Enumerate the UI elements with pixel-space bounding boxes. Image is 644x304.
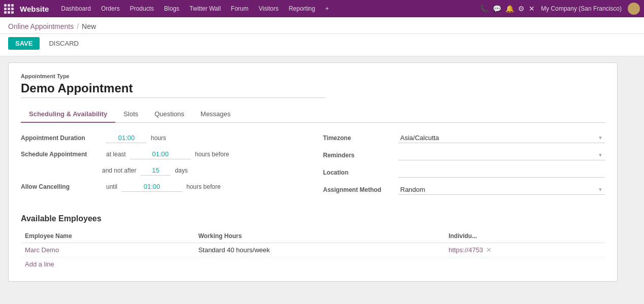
- nav-item-visitors[interactable]: Visitors: [256, 5, 280, 12]
- individual-header: Individu...: [444, 229, 605, 243]
- bell-icon[interactable]: 🔔: [505, 5, 514, 13]
- remove-employee-icon[interactable]: ✕: [486, 246, 492, 254]
- save-button[interactable]: SAVE: [8, 37, 40, 50]
- top-nav: Website Dashboard Orders Products Blogs …: [0, 0, 644, 17]
- breadcrumb: Online Appointments / New: [0, 17, 644, 34]
- schedule-at-least-suffix: hours before: [195, 151, 229, 158]
- allow-cancelling-row: Allow Cancelling until hours before: [21, 182, 303, 192]
- appointment-type-label: Appointment Type: [21, 73, 605, 79]
- phone-icon[interactable]: 📞: [480, 5, 489, 13]
- breadcrumb-separator: /: [77, 22, 79, 30]
- schedule-appointment-label: Schedule Appointment: [21, 151, 102, 158]
- appointment-duration-suffix: hours: [151, 134, 166, 142]
- until-prefix: until: [106, 183, 117, 190]
- nav-right: 📞 💬 🔔 ⚙ ✕ My Company (San Francisco): [480, 3, 640, 15]
- reminders-select-wrap: ▼: [398, 150, 605, 160]
- allow-cancelling-label: Allow Cancelling: [21, 183, 102, 190]
- reminders-row: Reminders ▼: [323, 150, 605, 160]
- breadcrumb-parent[interactable]: Online Appointments: [8, 22, 74, 30]
- add-line-button[interactable]: Add a line: [21, 257, 58, 271]
- close-icon[interactable]: ✕: [529, 5, 535, 13]
- location-row: Location: [323, 167, 605, 178]
- user-avatar[interactable]: [628, 3, 640, 15]
- tab-questions[interactable]: Questions: [146, 106, 192, 123]
- form-left: Appointment Duration hours Schedule Appo…: [21, 133, 303, 202]
- timezone-label: Timezone: [323, 134, 394, 142]
- appointment-duration-input[interactable]: [106, 133, 147, 143]
- employees-section: Available Employees Employee Name Workin…: [21, 214, 605, 271]
- app-logo[interactable]: Website: [20, 5, 49, 13]
- location-label: Location: [323, 169, 394, 176]
- timezone-select-wrap: Asia/Calcutta UTC ▼: [398, 133, 605, 143]
- timezone-select[interactable]: Asia/Calcutta UTC: [398, 133, 605, 143]
- and-not-after-suffix: days: [175, 167, 187, 174]
- at-least-prefix: at least: [106, 151, 126, 158]
- nav-item-reporting[interactable]: Reporting: [286, 5, 317, 12]
- nav-item-twitter-wall[interactable]: Twitter Wall: [187, 5, 223, 12]
- employee-name-header: Employee Name: [21, 229, 194, 243]
- company-name[interactable]: My Company (San Francisco): [539, 5, 624, 12]
- assignment-method-select-wrap: Random Balanced Manual ▼: [398, 185, 605, 195]
- form-card: Appointment Type Scheduling & Availabili…: [8, 62, 618, 282]
- assignment-method-label: Assignment Method: [323, 186, 394, 193]
- allow-cancelling-input[interactable]: [121, 182, 182, 192]
- working-hours-header: Working Hours: [194, 229, 444, 243]
- tab-slots[interactable]: Slots: [115, 106, 146, 123]
- tab-scheduling[interactable]: Scheduling & Availability: [21, 106, 115, 123]
- app-switcher-icon[interactable]: [4, 4, 14, 14]
- schedule-appointment-row: Schedule Appointment at least hours befo…: [21, 149, 303, 159]
- employee-name[interactable]: Marc Demo: [25, 246, 59, 254]
- tab-bar: Scheduling & Availability Slots Question…: [21, 106, 605, 123]
- appointment-duration-row: Appointment Duration hours: [21, 133, 303, 143]
- tab-messages[interactable]: Messages: [192, 106, 239, 123]
- appointment-duration-label: Appointment Duration: [21, 134, 102, 142]
- employees-section-title: Available Employees: [21, 214, 605, 223]
- discard-button[interactable]: DISCARD: [44, 37, 84, 50]
- chat-icon[interactable]: 💬: [493, 5, 501, 13]
- employee-url[interactable]: https://4753: [448, 246, 483, 254]
- reminders-select[interactable]: [398, 150, 605, 160]
- appointment-title-input[interactable]: [21, 81, 326, 98]
- nav-item-forum[interactable]: Forum: [229, 5, 251, 12]
- allow-cancelling-suffix: hours before: [186, 183, 220, 190]
- location-input[interactable]: [398, 167, 605, 178]
- assignment-method-row: Assignment Method Random Balanced Manual…: [323, 185, 605, 195]
- nav-item-dashboard[interactable]: Dashboard: [59, 5, 93, 12]
- nav-item-blogs[interactable]: Blogs: [162, 5, 181, 12]
- and-not-after-prefix: and not after: [102, 167, 136, 174]
- action-bar: SAVE DISCARD: [0, 34, 644, 56]
- timezone-row: Timezone Asia/Calcutta UTC ▼: [323, 133, 605, 143]
- nav-item-orders[interactable]: Orders: [99, 5, 122, 12]
- schedule-at-least-input[interactable]: [130, 149, 191, 159]
- working-hours-value: Standard 40 hours/week: [198, 246, 270, 254]
- scheduling-section: Appointment Duration hours Schedule Appo…: [21, 133, 605, 202]
- main-content: Appointment Type Scheduling & Availabili…: [0, 56, 644, 288]
- schedule-not-after-input[interactable]: [140, 165, 171, 176]
- nav-item-products[interactable]: Products: [128, 5, 156, 12]
- schedule-not-after-row: and not after days: [21, 165, 303, 176]
- breadcrumb-current: New: [82, 22, 96, 30]
- table-row: Marc Demo Standard 40 hours/week https:/…: [21, 243, 605, 257]
- employees-table: Employee Name Working Hours Individu... …: [21, 229, 605, 257]
- settings-icon[interactable]: ⚙: [518, 5, 525, 13]
- assignment-method-select[interactable]: Random Balanced Manual: [398, 185, 605, 194]
- reminders-label: Reminders: [323, 152, 394, 159]
- form-right: Timezone Asia/Calcutta UTC ▼ Reminders: [323, 133, 605, 202]
- nav-item-plus[interactable]: +: [323, 5, 331, 12]
